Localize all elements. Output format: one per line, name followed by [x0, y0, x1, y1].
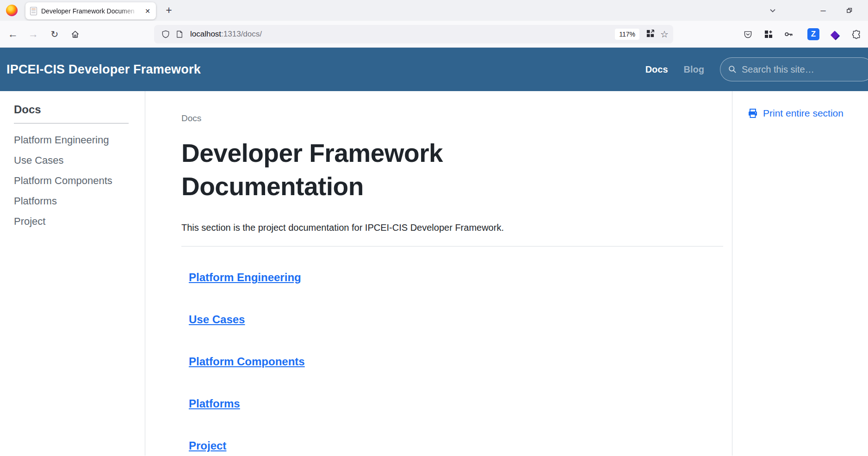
sidebar-divider [14, 123, 129, 123]
pocket-icon[interactable] [740, 27, 755, 42]
sidebar-item-use-cases[interactable]: Use Cases [14, 154, 145, 167]
section-link-project[interactable]: Project [189, 439, 226, 452]
page-body: Docs Platform Engineering Use Cases Plat… [0, 91, 868, 456]
sidebar-item-project[interactable]: Project [14, 215, 145, 228]
home-button[interactable] [68, 27, 82, 42]
navbar-right: Docs Blog [645, 48, 868, 91]
list-tabs-chevron-icon[interactable] [765, 0, 781, 21]
bookmark-star-icon[interactable]: ☆ [660, 29, 669, 40]
sidebar-heading-docs[interactable]: Docs [14, 103, 41, 116]
url-bar[interactable]: localhost:1313/docs/ 117% ☆ [154, 25, 673, 43]
content-divider [181, 246, 723, 246]
breadcrumb[interactable]: Docs [181, 113, 201, 123]
intro-paragraph: This section is the project documentatio… [181, 222, 732, 233]
print-section-link[interactable]: Print entire section [747, 108, 868, 119]
sidebar-item-platform-engineering[interactable]: Platform Engineering [14, 134, 145, 147]
window-minimize-button[interactable]: – [815, 0, 831, 21]
url-text[interactable]: localhost:1313/docs/ [190, 30, 262, 39]
browser-toolbar: ← → ↻ localhost:1313/docs/ 117% ☆ Z ◆ [0, 21, 868, 48]
site-search[interactable] [720, 57, 868, 81]
back-button[interactable]: ← [6, 27, 20, 42]
section-link-platform-engineering[interactable]: Platform Engineering [189, 271, 301, 284]
zoom-level-badge[interactable]: 117% [615, 29, 639, 40]
extensions-icon[interactable] [761, 27, 776, 42]
tracking-shield-icon[interactable] [159, 27, 173, 41]
z-extension-icon[interactable]: Z [806, 27, 821, 42]
new-tab-button[interactable]: + [161, 3, 176, 18]
print-section-label: Print entire section [763, 108, 843, 119]
forward-button[interactable]: → [26, 27, 41, 42]
page-title: Developer Framework Documentation [181, 136, 542, 203]
search-icon [728, 65, 737, 74]
browser-tab-strip: Developer Framework Documen ✕ + – [0, 0, 868, 21]
browser-tab[interactable]: Developer Framework Documen ✕ [25, 2, 156, 19]
section-link-platforms[interactable]: Platforms [189, 397, 240, 410]
site-brand[interactable]: IPCEI-CIS Developer Framework [6, 62, 201, 77]
main-content: Docs Developer Framework Documentation T… [145, 91, 732, 456]
sidebar-item-platforms[interactable]: Platforms [14, 195, 145, 208]
reload-button[interactable]: ↻ [47, 27, 62, 42]
nav-link-blog[interactable]: Blog [684, 64, 704, 75]
page-info-icon[interactable] [173, 27, 186, 41]
section-link-use-cases[interactable]: Use Cases [189, 313, 245, 326]
section-list: Platform Engineering Use Cases Platform … [181, 271, 732, 456]
url-host: localhost [190, 30, 221, 38]
search-input[interactable] [742, 64, 866, 75]
firefox-logo-icon[interactable] [6, 5, 18, 16]
tab-title: Developer Framework Documen [41, 7, 142, 15]
nav-link-docs[interactable]: Docs [645, 64, 668, 75]
tab-close-icon[interactable]: ✕ [144, 7, 151, 15]
printer-icon [747, 108, 758, 119]
tab-favicon-icon [30, 7, 37, 15]
layers-extension-icon[interactable]: ◆ [827, 27, 842, 42]
section-link-platform-components[interactable]: Platform Components [189, 355, 305, 368]
window-restore-button[interactable] [841, 0, 857, 21]
docs-sidebar: Docs Platform Engineering Use Cases Plat… [0, 91, 145, 456]
extension-grid-arrow-icon[interactable] [646, 29, 655, 40]
passwords-key-icon[interactable] [781, 27, 796, 42]
url-path: :1313/docs/ [221, 30, 262, 38]
right-sidebar: Print entire section [732, 91, 868, 456]
site-navbar: IPCEI-CIS Developer Framework Docs Blog [0, 48, 868, 91]
puzzle-extension-icon[interactable] [849, 27, 864, 42]
sidebar-item-platform-components[interactable]: Platform Components [14, 174, 145, 187]
